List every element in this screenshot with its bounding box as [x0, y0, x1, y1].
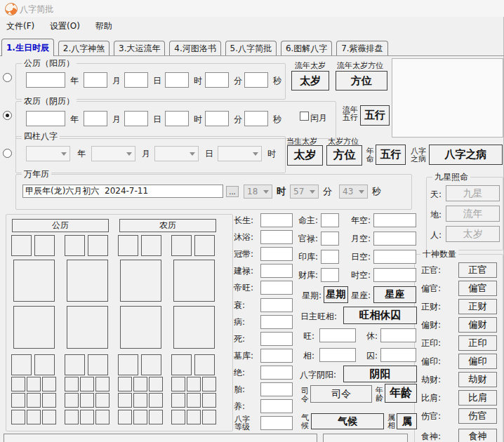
calendar-cell	[65, 354, 85, 375]
radio-pillars[interactable]	[3, 149, 12, 158]
stage-field[interactable]	[260, 382, 293, 396]
shishen-button[interactable]: 劫财	[458, 372, 497, 387]
shishen-button[interactable]: 伤官	[458, 408, 497, 424]
rikong-field[interactable]	[373, 250, 416, 264]
menu-help[interactable]: 帮助	[89, 17, 119, 35]
lunar-second-input[interactable]	[244, 111, 268, 126]
tab-hetu[interactable]: 4.河图洛书	[169, 41, 220, 56]
shishen-button[interactable]: 偏财	[458, 317, 497, 333]
solar-hour-input[interactable]	[165, 72, 189, 88]
shikong-field[interactable]	[373, 268, 416, 282]
solar-second-input[interactable]	[244, 72, 268, 88]
week-button[interactable]: 星期	[324, 286, 348, 303]
nianling-button[interactable]: 年龄	[385, 384, 417, 403]
niankong-field[interactable]	[373, 213, 416, 227]
tab-tujie[interactable]: 6.图解八字	[281, 41, 332, 56]
wannianli-browse-button[interactable]: ...	[226, 186, 239, 197]
shishen-button[interactable]: 正财	[458, 299, 497, 314]
menu-settings[interactable]: 设置(O)	[44, 17, 86, 35]
solar-day-input[interactable]	[124, 72, 148, 88]
pillar-hour-select[interactable]	[218, 146, 262, 161]
stage-field[interactable]	[260, 315, 293, 329]
tab-jianpi[interactable]: 5.八字简批	[225, 41, 277, 56]
solar-year-input[interactable]	[26, 72, 65, 88]
solar-minute-input[interactable]	[205, 72, 229, 88]
shishen-button[interactable]: 食神	[458, 429, 497, 442]
pillar-year-select[interactable]	[26, 146, 70, 161]
stage-label: 冠带:	[234, 249, 253, 259]
wannianli-minute-select[interactable]: 57	[290, 185, 319, 199]
menu-file[interactable]: 文件(F)	[0, 17, 41, 35]
shishen-button[interactable]: 正印	[458, 335, 497, 351]
bottom-panel-left	[4, 434, 317, 442]
xiu-field[interactable]	[380, 328, 416, 342]
jiuxing-earth-button[interactable]: 流年	[446, 206, 500, 222]
lunar-day-input[interactable]	[124, 111, 148, 126]
lunar-minute-input[interactable]	[205, 111, 229, 126]
stage-field[interactable]	[260, 281, 293, 295]
yinyang-button[interactable]: 阴阳	[343, 366, 417, 382]
tab-shensha[interactable]: 2.八字神煞	[58, 41, 110, 56]
stage-field[interactable]	[260, 349, 293, 363]
calendar-cell	[149, 393, 163, 408]
pillar-day-select[interactable]	[154, 146, 199, 161]
lunar-month-input[interactable]	[84, 111, 107, 126]
grade-field[interactable]	[260, 416, 293, 430]
leap-month-checkbox[interactable]	[300, 112, 309, 121]
rizhu-button[interactable]: 旺相休囚	[343, 307, 417, 324]
stage-field[interactable]	[260, 298, 293, 312]
lunar-year-input[interactable]	[26, 111, 65, 126]
mingzhu-field[interactable]	[321, 213, 339, 227]
taisui-fangwei-button[interactable]: 方位	[326, 145, 362, 166]
stage-label: 建禄:	[234, 266, 253, 276]
pillar-month-select[interactable]	[91, 146, 135, 161]
wannianli-second-select[interactable]: 43	[339, 185, 368, 199]
stage-field[interactable]	[260, 264, 293, 278]
stage-field[interactable]	[260, 366, 293, 380]
radio-lunar[interactable]	[3, 111, 12, 120]
nianming-caption: 年命	[366, 147, 375, 163]
lunar-hour-input[interactable]	[165, 111, 189, 126]
bazhibing-button[interactable]: 八字之病	[429, 145, 503, 165]
wannianli-date-input[interactable]	[22, 185, 223, 198]
stage-field[interactable]	[260, 399, 293, 413]
caiku-field[interactable]	[321, 268, 339, 282]
tab-ziwei[interactable]: 7.紫薇排盘	[336, 41, 387, 56]
yinku-field[interactable]	[321, 250, 339, 264]
jiuxing-sky-button[interactable]: 九星	[446, 185, 500, 201]
shishen-button[interactable]: 正官	[458, 262, 497, 278]
tab-birthday[interactable]: 1.生日时辰	[1, 39, 54, 56]
stage-field[interactable]	[260, 247, 293, 261]
solar-month-input[interactable]	[84, 72, 107, 88]
calendar-cell	[67, 306, 108, 349]
stage-field[interactable]	[260, 332, 293, 346]
calendar-cell	[95, 393, 110, 408]
wang-field[interactable]	[319, 328, 356, 342]
qihou-button[interactable]: 气候	[311, 413, 384, 429]
stage-field[interactable]	[260, 230, 293, 244]
shishen-button[interactable]: 偏官	[458, 281, 497, 296]
shishen-button[interactable]: 比肩	[458, 390, 497, 406]
xiang-field[interactable]	[319, 348, 356, 362]
jiuxing-human-button[interactable]: 太岁	[446, 226, 500, 242]
guanlu-field[interactable]	[321, 232, 339, 246]
radio-solar[interactable]	[3, 73, 12, 82]
wannianli-hour-select[interactable]: 18	[244, 185, 272, 199]
dangsheng-taisui-button[interactable]: 太岁	[287, 145, 323, 166]
shishen-label: 偏财:	[421, 320, 441, 330]
siling-button[interactable]: 司令	[310, 385, 372, 403]
shishen-button[interactable]: 偏印	[458, 354, 497, 369]
stage-field[interactable]	[260, 213, 293, 227]
yuekong-label: 月空:	[351, 234, 371, 243]
qiu-field[interactable]	[380, 348, 416, 362]
liunian-taisui-button[interactable]: 太岁	[291, 71, 329, 91]
liunian-fangwei-button[interactable]: 方位	[336, 71, 387, 91]
liunian-wuxing-button[interactable]: 五行	[360, 105, 390, 126]
zodiac-button[interactable]: 星座	[373, 286, 416, 303]
nianming-wuxing-button[interactable]: 五行	[376, 145, 406, 165]
calendar-cell	[187, 393, 201, 408]
tab-dayun[interactable]: 3.大运流年	[114, 41, 165, 56]
tab-page-border	[0, 55, 504, 56]
shuxiang-button[interactable]: 属	[397, 413, 417, 429]
yuekong-field[interactable]	[373, 232, 416, 246]
